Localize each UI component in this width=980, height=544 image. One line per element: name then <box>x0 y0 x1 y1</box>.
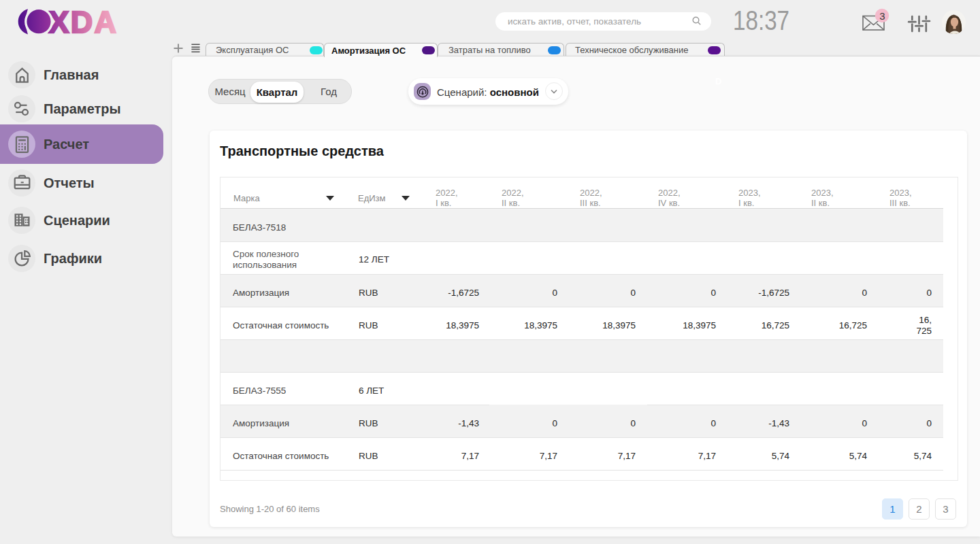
svg-text:XDA: XDA <box>49 5 118 39</box>
svg-text:3: 3 <box>879 10 885 22</box>
